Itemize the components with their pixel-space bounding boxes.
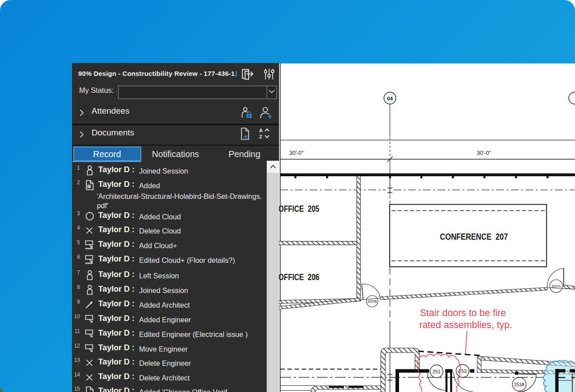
svg-text:253A: 253A: [514, 382, 525, 387]
svg-text:207A: 207A: [551, 284, 561, 289]
svg-text:207B: 207B: [367, 299, 377, 304]
svg-text:OFFICE 205: OFFICE 205: [279, 204, 319, 214]
svg-text:CONFERENCE 207: CONFERENCE 207: [440, 232, 508, 242]
svg-text:Stair doors to be fire: Stair doors to be fire: [420, 308, 506, 318]
svg-text:30'-0": 30'-0": [477, 150, 491, 156]
svg-text:A: A: [259, 128, 263, 133]
svg-text:30'-0": 30'-0": [289, 150, 303, 156]
svg-text:OFFICE 206: OFFICE 206: [279, 272, 319, 282]
svg-text:rated assemblies, typ.: rated assemblies, typ.: [419, 320, 512, 330]
svg-text:251: 251: [432, 369, 440, 374]
svg-text:04: 04: [387, 96, 393, 101]
svg-text:Z: Z: [259, 134, 262, 139]
